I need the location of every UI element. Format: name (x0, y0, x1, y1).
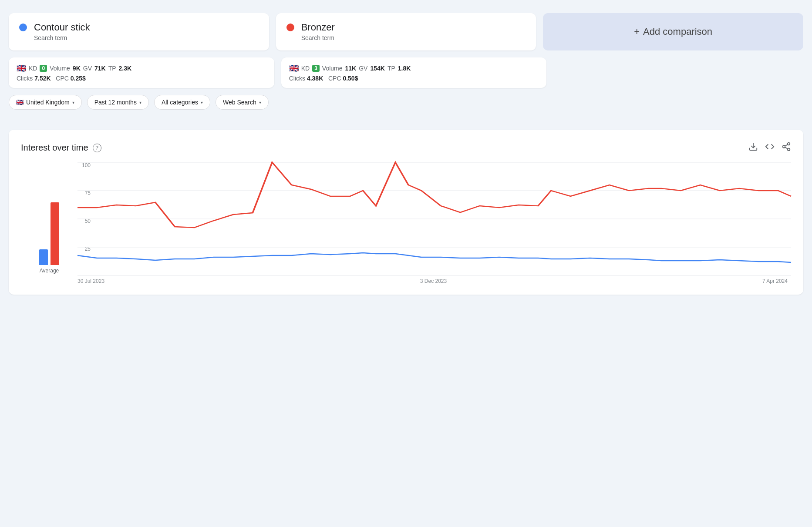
volume-label-1: Volume (50, 65, 70, 72)
bar-chart-area: Average (21, 162, 77, 284)
bronzer-type: Search term (301, 34, 334, 41)
svg-container: 30 Jul 2023 3 Dec 2023 7 Apr 2024 (77, 162, 791, 284)
x-label-apr: 7 Apr 2024 (762, 278, 788, 284)
bar-red (51, 202, 59, 265)
volume-label-2: Volume (322, 65, 343, 72)
contour-stick-flag: 🇬🇧 (17, 64, 26, 73)
contour-stick-dot (19, 23, 27, 31)
contour-stick-name: Contour stick (34, 22, 90, 33)
period-filter[interactable]: Past 12 months ▾ (87, 95, 149, 110)
cpc-label-1: CPC (56, 75, 69, 82)
contour-stick-metrics-line1: 🇬🇧 KD 0 Volume 9K GV 71K TP 2.3K (17, 64, 266, 73)
contour-stick-info: Contour stick Search term (34, 22, 90, 42)
download-icon (748, 142, 758, 151)
region-chevron-icon: ▾ (72, 100, 74, 105)
contour-stick-clicks: 7.52K (34, 75, 51, 82)
add-comparison-label: Add comparison (643, 26, 712, 37)
contour-stick-gv: 71K (94, 65, 106, 72)
bronzer-metrics-line1: 🇬🇧 KD 3 Volume 11K GV 154K TP 1.8K (289, 64, 539, 73)
search-type-filter-label: Web Search (223, 99, 256, 106)
search-type-chevron-icon: ▾ (259, 100, 261, 105)
clicks-label-2: Clicks (289, 75, 305, 82)
bronzer-card: Bronzer Search term (276, 13, 536, 50)
top-section: Contour stick Search term Bronzer Search… (9, 9, 803, 123)
contour-stick-cpc: 0.25$ (71, 75, 86, 82)
period-chevron-icon: ▾ (139, 100, 142, 105)
bronzer-tp: 1.8K (398, 65, 411, 72)
line-chart-svg (77, 162, 791, 275)
empty-third-col (553, 57, 803, 88)
region-filter[interactable]: 🇬🇧 United Kingdom ▾ (9, 95, 82, 110)
categories-filter[interactable]: All categories ▾ (154, 95, 210, 110)
bronzer-cpc: 0.50$ (343, 75, 358, 82)
contour-stick-card: Contour stick Search term (9, 13, 269, 50)
bronzer-clicks: 4.38K (307, 75, 323, 82)
clicks-label-1: Clicks (17, 75, 33, 82)
search-type-filter[interactable]: Web Search ▾ (216, 95, 269, 110)
help-icon[interactable]: ? (93, 144, 101, 152)
period-filter-label: Past 12 months (94, 99, 137, 106)
chart-title-area: Interest over time ? (21, 143, 101, 153)
bronzer-volume: 11K (345, 65, 357, 72)
add-comparison-plus: + (634, 26, 640, 37)
svg-line-4 (785, 147, 788, 149)
bars-container (39, 178, 59, 265)
chart-section: Interest over time ? (9, 130, 803, 295)
chart-actions (748, 142, 791, 154)
embed-button[interactable] (765, 142, 775, 154)
bronzer-flag: 🇬🇧 (289, 64, 299, 73)
bar-blue (39, 249, 48, 265)
line-chart-wrapper: 100 75 50 25 (77, 162, 791, 284)
gv-label-1: GV (83, 65, 92, 72)
svg-point-1 (788, 143, 790, 145)
embed-icon (765, 142, 775, 151)
add-comparison-card[interactable]: + Add comparison (543, 13, 803, 50)
metrics-row: 🇬🇧 KD 0 Volume 9K GV 71K TP 2.3K Clicks … (9, 57, 803, 88)
chart-header: Interest over time ? (21, 142, 791, 154)
region-filter-label: United Kingdom (26, 99, 70, 106)
svg-point-3 (788, 148, 790, 151)
x-axis: 30 Jul 2023 3 Dec 2023 7 Apr 2024 (77, 278, 791, 284)
region-flag-filter: 🇬🇧 (16, 99, 24, 106)
bronzer-dot (286, 23, 294, 31)
bronzer-metrics: 🇬🇧 KD 3 Volume 11K GV 154K TP 1.8K Click… (281, 57, 547, 88)
kd-label-2: KD (301, 65, 310, 72)
kd-label-1: KD (29, 65, 37, 72)
x-label-jul: 30 Jul 2023 (77, 278, 104, 284)
share-button[interactable] (782, 142, 791, 154)
contour-stick-metrics-line2: Clicks 7.52K CPC 0.25$ (17, 75, 266, 82)
bronzer-name: Bronzer (301, 22, 335, 33)
cpc-label-2: CPC (328, 75, 341, 82)
x-label-dec: 3 Dec 2023 (420, 278, 447, 284)
contour-stick-metrics: 🇬🇧 KD 0 Volume 9K GV 71K TP 2.3K Clicks … (9, 57, 274, 88)
gv-label-2: GV (359, 65, 367, 72)
share-icon (782, 142, 791, 151)
contour-stick-kd-badge: 0 (40, 65, 47, 72)
bronzer-gv: 154K (370, 65, 384, 72)
svg-line-5 (785, 144, 788, 146)
contour-stick-line (77, 253, 791, 262)
contour-stick-tp: 2.3K (119, 65, 132, 72)
chart-area: Average 100 75 50 25 (21, 162, 791, 284)
categories-chevron-icon: ▾ (201, 100, 203, 105)
bronzer-metrics-line2: Clicks 4.38K CPC 0.50$ (289, 75, 539, 82)
bar-average-label: Average (40, 268, 59, 274)
download-button[interactable] (748, 142, 758, 154)
tp-label-2: TP (387, 65, 395, 72)
chart-title-text: Interest over time (21, 143, 88, 153)
bronzer-kd-badge: 3 (312, 65, 320, 72)
bronzer-line (77, 162, 791, 228)
bronzer-info: Bronzer Search term (301, 22, 335, 42)
contour-stick-type: Search term (34, 34, 67, 41)
search-terms-row: Contour stick Search term Bronzer Search… (9, 13, 803, 50)
categories-filter-label: All categories (162, 99, 198, 106)
tp-label-1: TP (108, 65, 116, 72)
contour-stick-volume: 9K (73, 65, 81, 72)
filters-row: 🇬🇧 United Kingdom ▾ Past 12 months ▾ All… (9, 95, 803, 110)
svg-point-2 (783, 145, 785, 148)
